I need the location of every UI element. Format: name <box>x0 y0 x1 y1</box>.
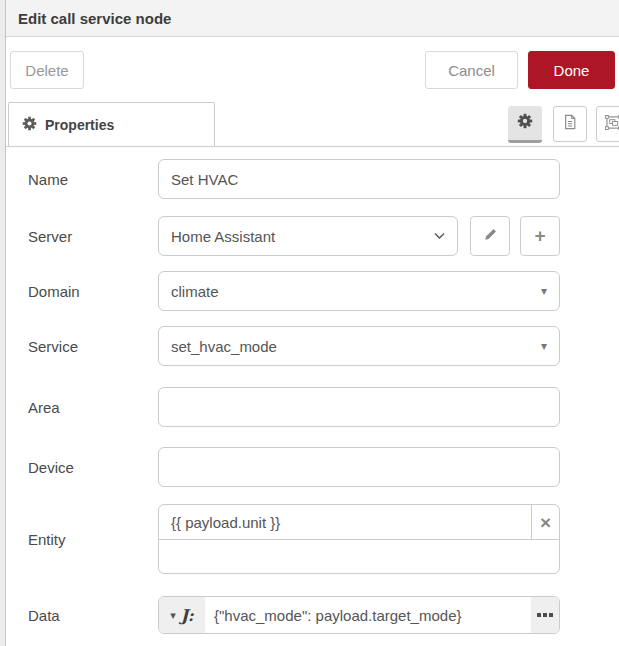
gear-icon <box>517 113 533 133</box>
data-typed-input: ▾ J: <box>158 596 560 634</box>
name-row: Name <box>28 159 619 199</box>
device-label: Device <box>28 459 158 476</box>
plus-icon: + <box>534 225 545 247</box>
data-input[interactable] <box>205 597 531 633</box>
device-input[interactable] <box>158 447 560 487</box>
service-row: Service ▾ <box>28 326 619 366</box>
data-type-select-button[interactable]: ▾ J: <box>159 597 205 633</box>
delete-button[interactable]: Delete <box>10 51 84 89</box>
properties-icon-tab-button[interactable] <box>508 106 542 143</box>
dialog-header: Edit call service node <box>6 0 619 37</box>
caret-down-icon: ▾ <box>541 340 547 352</box>
x-icon: × <box>540 513 551 532</box>
area-input[interactable] <box>158 387 560 427</box>
server-add-button[interactable]: + <box>520 216 560 256</box>
server-select-value: Home Assistant <box>171 228 275 245</box>
edit-call-service-node-dialog: Edit call service node Delete Cancel Don… <box>0 0 619 646</box>
dialog-title: Edit call service node <box>6 10 171 27</box>
data-expand-button[interactable] <box>531 597 559 633</box>
area-row: Area <box>28 387 619 427</box>
entity-list: {{ payload.unit }} × <box>158 504 560 574</box>
server-select[interactable]: Home Assistant <box>158 216 458 256</box>
service-input[interactable] <box>158 326 560 366</box>
cancel-button[interactable]: Cancel <box>425 51 518 89</box>
done-button[interactable]: Done <box>528 51 615 89</box>
caret-down-icon: ▾ <box>541 285 547 297</box>
appearance-tab-button[interactable] <box>596 106 619 142</box>
name-label: Name <box>28 171 158 188</box>
ellipsis-icon <box>537 613 553 617</box>
entity-item-input[interactable]: {{ payload.unit }} <box>159 505 531 539</box>
entity-list-item: {{ payload.unit }} × <box>159 505 559 540</box>
jsonata-type-icon: J: <box>181 606 194 625</box>
gear-icon <box>22 116 37 135</box>
server-row: Server Home Assistant + <box>28 216 619 256</box>
tab-properties-label: Properties <box>45 117 114 133</box>
entity-remove-button[interactable]: × <box>531 505 559 539</box>
tab-properties[interactable]: Properties <box>8 102 215 147</box>
dialog-toolbar: Delete Cancel Done <box>6 37 619 100</box>
service-label: Service <box>28 338 158 355</box>
server-edit-button[interactable] <box>470 216 510 256</box>
domain-row: Domain ▾ <box>28 271 619 311</box>
caret-down-icon: ▾ <box>170 610 176 621</box>
properties-form: Name Server Home Assistant + <box>6 148 619 634</box>
domain-label: Domain <box>28 283 158 300</box>
device-row: Device <box>28 447 619 487</box>
name-input[interactable] <box>158 159 560 199</box>
object-group-icon <box>605 115 619 134</box>
entity-row: Entity {{ payload.unit }} × <box>28 504 619 574</box>
document-icon <box>563 114 577 134</box>
server-label: Server <box>28 228 158 245</box>
area-label: Area <box>28 399 158 416</box>
entity-label: Entity <box>28 531 158 548</box>
data-row: Data ▾ J: <box>28 596 619 634</box>
domain-input[interactable] <box>158 271 560 311</box>
data-label: Data <box>28 607 158 624</box>
entity-empty-row <box>159 540 559 573</box>
description-tab-button[interactable] <box>553 106 587 142</box>
editor-tab-bar: Properties <box>6 99 619 147</box>
pencil-icon <box>484 228 497 244</box>
